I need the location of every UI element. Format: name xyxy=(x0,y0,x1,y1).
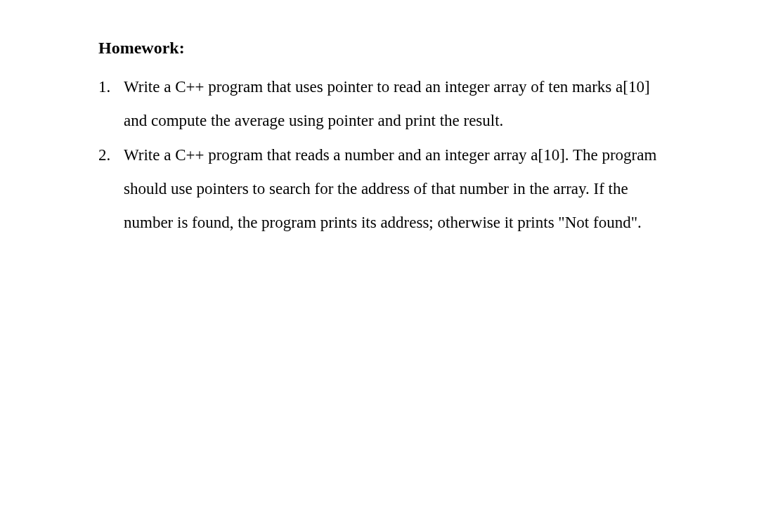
homework-heading: Homework: xyxy=(98,39,668,58)
list-item: Write a C++ program that uses pointer to… xyxy=(98,70,668,138)
homework-list: Write a C++ program that uses pointer to… xyxy=(98,70,668,240)
list-item: Write a C++ program that reads a number … xyxy=(98,138,668,240)
